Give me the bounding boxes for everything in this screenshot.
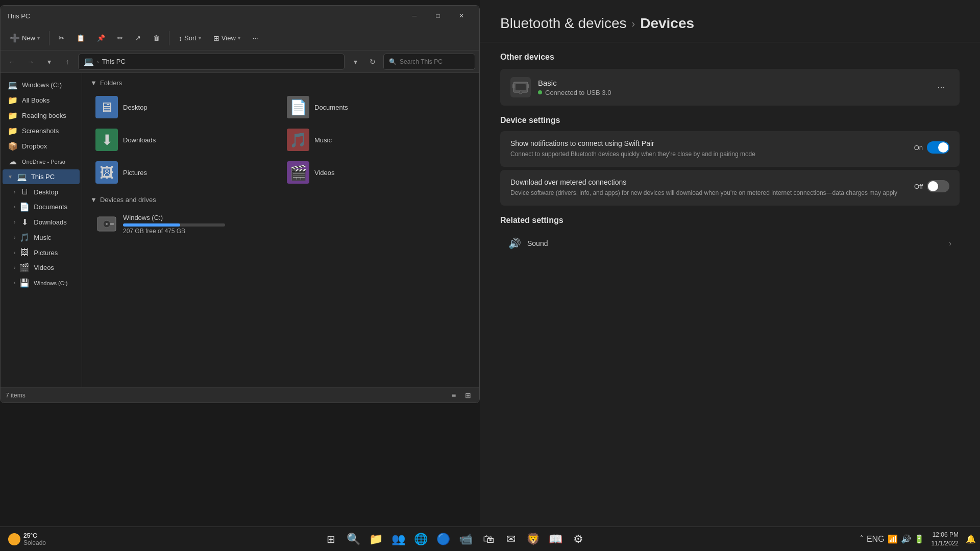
sidebar-item-videos[interactable]: › 🎬 Videos bbox=[3, 260, 80, 275]
file-explorer-window: This PC ─ □ ✕ ➕ New ▾ ✂ 📋 📌 ✏ ↗ 🗑 bbox=[0, 5, 480, 403]
weather-widget[interactable]: 25°C Soleado bbox=[4, 530, 50, 548]
new-button[interactable]: ➕ New ▾ bbox=[5, 31, 45, 45]
sidebar-item-reading-books[interactable]: 📁 Reading books bbox=[3, 108, 80, 123]
setting-text-metered: Download over metered connections Device… bbox=[510, 178, 906, 197]
folder-videos[interactable]: 🎬 Videos bbox=[282, 157, 471, 188]
refresh-button[interactable]: ↻ bbox=[365, 54, 380, 69]
teams-button[interactable]: 👥 bbox=[388, 529, 409, 549]
sidebar-label-pictures: Pictures bbox=[34, 249, 58, 257]
mail-button[interactable]: ✉ bbox=[501, 529, 521, 549]
copy-button[interactable]: 📋 bbox=[71, 32, 90, 44]
view-button[interactable]: ⊞ View ▾ bbox=[208, 32, 246, 45]
devices-section: ▼ Devices and drives Windows (C:) bbox=[90, 196, 471, 239]
search-icon: 🔍 bbox=[389, 58, 397, 65]
metered-toggle[interactable] bbox=[927, 180, 949, 192]
recent-button[interactable]: ▾ bbox=[41, 54, 57, 69]
sidebar-label-documents: Documents bbox=[34, 203, 67, 211]
sidebar-item-windows-c[interactable]: 💻 Windows (C:) bbox=[3, 78, 80, 92]
sidebar-item-this-pc[interactable]: ▼ 💻 This PC bbox=[3, 169, 80, 184]
documents-icon: 📄 bbox=[19, 202, 30, 212]
pictures-arrow: › bbox=[14, 250, 15, 256]
zoom-button[interactable]: 📹 bbox=[456, 529, 476, 549]
drive-bar-fill bbox=[123, 223, 180, 227]
device-more-button[interactable]: ··· bbox=[933, 79, 949, 95]
sidebar-item-music[interactable]: › 🎵 Music bbox=[3, 230, 80, 245]
wifi-icon[interactable]: 📶 bbox=[888, 534, 898, 544]
sidebar-item-desktop[interactable]: › 🖥 Desktop bbox=[3, 185, 80, 199]
sidebar: 💻 Windows (C:) 📁 All Books 📁 Reading boo… bbox=[1, 73, 82, 387]
reader-button[interactable]: 📖 bbox=[546, 529, 566, 549]
dropdown-button[interactable]: ▾ bbox=[348, 54, 363, 69]
list-view-button[interactable]: ≡ bbox=[448, 390, 460, 401]
sidebar-item-onedrive[interactable]: ☁ OneDrive - Perso bbox=[3, 154, 80, 169]
time-display[interactable]: 12:06 PM 11/1/2022 bbox=[928, 530, 962, 549]
folders-section-header[interactable]: ▼ Folders bbox=[90, 79, 471, 87]
folder-desktop[interactable]: 🖥 Desktop bbox=[90, 92, 280, 122]
file-explorer-button[interactable]: 📁 bbox=[366, 529, 386, 549]
device-name: Basic bbox=[538, 79, 926, 87]
sidebar-item-screenshots[interactable]: 📁 Screenshots bbox=[3, 123, 80, 138]
sidebar-item-dropbox[interactable]: 📦 Dropbox bbox=[3, 139, 80, 154]
cut-button[interactable]: ✂ bbox=[54, 32, 69, 44]
content-area: 💻 Windows (C:) 📁 All Books 📁 Reading boo… bbox=[1, 73, 479, 387]
rename-button[interactable]: ✏ bbox=[112, 32, 128, 44]
desktop-arrow: › bbox=[14, 189, 15, 195]
chrome-button[interactable]: 🔵 bbox=[433, 529, 454, 549]
notification-icon[interactable]: 🔔 bbox=[966, 534, 976, 544]
address-bar[interactable]: 💻 › This PC bbox=[78, 54, 345, 70]
downloads-arrow: › bbox=[14, 219, 15, 225]
devices-section-label: Devices and drives bbox=[100, 196, 156, 204]
close-button[interactable]: ✕ bbox=[450, 8, 473, 24]
settings-breadcrumb: Bluetooth & devices › Devices bbox=[500, 15, 960, 32]
breadcrumb-separator: › bbox=[632, 18, 635, 30]
grid-view-button[interactable]: ⊞ bbox=[462, 390, 474, 401]
forward-button[interactable]: → bbox=[23, 54, 38, 69]
sort-button[interactable]: ↕ Sort ▾ bbox=[174, 32, 206, 45]
sidebar-item-documents[interactable]: › 📄 Documents bbox=[3, 199, 80, 214]
svg-point-2 bbox=[106, 223, 108, 225]
edge-button[interactable]: 🌐 bbox=[411, 529, 431, 549]
svg-rect-7 bbox=[527, 84, 529, 88]
speaker-icon[interactable]: 🔊 bbox=[901, 534, 911, 544]
sidebar-item-downloads[interactable]: › ⬇ Downloads bbox=[3, 215, 80, 230]
expand-tray-icon[interactable]: ˄ bbox=[860, 534, 864, 544]
setting-text-swift-pair: Show notifications to connect using Swif… bbox=[510, 139, 906, 159]
folder-music[interactable]: 🎵 Music bbox=[282, 124, 471, 155]
window-title: This PC bbox=[7, 12, 403, 20]
drive-bar-container bbox=[123, 223, 225, 227]
maximize-button[interactable]: □ bbox=[426, 8, 450, 24]
search-box[interactable]: 🔍 Search This PC bbox=[383, 54, 475, 70]
related-settings-title: Related settings bbox=[500, 216, 960, 225]
store-button[interactable]: 🛍 bbox=[478, 529, 499, 549]
delete-button[interactable]: 🗑 bbox=[148, 32, 165, 44]
battery-icon[interactable]: 🔋 bbox=[914, 534, 924, 544]
folder-documents[interactable]: 📄 Documents bbox=[282, 92, 471, 122]
more-button[interactable]: ··· bbox=[248, 32, 263, 44]
sidebar-item-windows-c2[interactable]: › 💾 Windows (C:) bbox=[3, 276, 80, 290]
window-titlebar: This PC ─ □ ✕ bbox=[1, 6, 479, 26]
drive-windows-c[interactable]: Windows (C:) 207 GB free of 475 GB bbox=[90, 209, 471, 239]
window-controls: ─ □ ✕ bbox=[403, 8, 473, 24]
folder-downloads[interactable]: ⬇ Downloads bbox=[90, 124, 280, 155]
sidebar-item-all-books[interactable]: 📁 All Books bbox=[3, 93, 80, 108]
sidebar-item-pictures[interactable]: › 🖼 Pictures bbox=[3, 245, 80, 260]
drive-info: Windows (C:) 207 GB free of 475 GB bbox=[123, 214, 466, 235]
related-item-sound[interactable]: 🔊 Sound › bbox=[500, 231, 960, 256]
this-pc-icon: 💻 bbox=[17, 172, 27, 182]
back-button[interactable]: ← bbox=[5, 54, 20, 69]
search-button[interactable]: 🔍 bbox=[344, 529, 364, 549]
start-button[interactable]: ⊞ bbox=[321, 529, 341, 549]
language-indicator[interactable]: ENG bbox=[867, 535, 885, 544]
all-books-icon: 📁 bbox=[8, 95, 18, 105]
swift-pair-toggle[interactable] bbox=[927, 141, 949, 154]
paste-button[interactable]: 📌 bbox=[92, 32, 110, 44]
device-card-info: Basic Connected to USB 3.0 bbox=[538, 79, 926, 96]
minimize-button[interactable]: ─ bbox=[403, 8, 426, 24]
share-button[interactable]: ↗ bbox=[130, 32, 146, 44]
settings-button[interactable]: ⚙ bbox=[568, 529, 589, 549]
brave-button[interactable]: 🦁 bbox=[523, 529, 544, 549]
folder-pictures[interactable]: 🖼 Pictures bbox=[90, 157, 280, 188]
devices-section-header[interactable]: ▼ Devices and drives bbox=[90, 196, 471, 204]
up-button[interactable]: ↑ bbox=[60, 54, 75, 69]
documents-arrow: › bbox=[14, 204, 15, 210]
